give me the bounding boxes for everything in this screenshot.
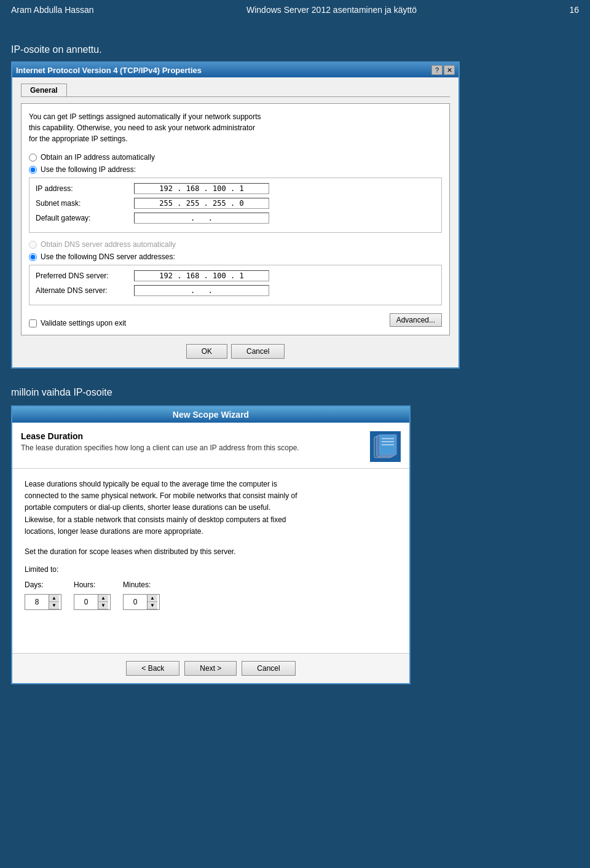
dialog-bottom-row: Validate settings upon exit Advanced... <box>29 313 442 327</box>
hours-label: Hours: <box>74 579 111 591</box>
dns-form-section: Preferred DNS server: Alternate DNS serv… <box>29 265 442 305</box>
hours-spinner-buttons: ▲ ▼ <box>98 595 108 609</box>
wizard-header-desc: The lease duration specifies how long a … <box>21 444 364 452</box>
limited-label: Limited to: <box>25 564 397 576</box>
subnet-mask-field <box>134 198 269 209</box>
document-title: Windows Server 2012 asentaminen ja käytt… <box>94 5 570 15</box>
minutes-down-button[interactable]: ▼ <box>148 602 157 609</box>
dialog-inner: You can get IP settings assigned automat… <box>21 103 450 335</box>
ip-address-row: IP address: <box>36 183 435 194</box>
ok-cancel-row: OK Cancel <box>21 344 450 359</box>
days-label: Days: <box>25 579 61 591</box>
subnet-mask-label: Subnet mask: <box>36 199 134 208</box>
dialog-description: You can get IP settings assigned automat… <box>29 111 442 144</box>
titlebar-buttons: ? ✕ <box>431 65 455 75</box>
ip-form-section: IP address: Subnet mask: Default gateway… <box>29 178 442 233</box>
cancel-button[interactable]: Cancel <box>231 344 285 359</box>
minutes-input[interactable]: 0 <box>124 596 147 608</box>
gateway-field <box>134 213 269 224</box>
hours-up-button[interactable]: ▲ <box>98 595 108 602</box>
section2-label: milloin vaihda IP-osoite <box>11 387 579 398</box>
radio-manual-dns[interactable]: Use the following DNS server addresses: <box>29 252 442 261</box>
page-content: IP-osoite on annettu. Internet Protocol … <box>0 20 590 697</box>
subnet-mask-row: Subnet mask: <box>36 198 435 209</box>
hours-down-button[interactable]: ▼ <box>98 602 108 609</box>
pref-dns-label: Preferred DNS server: <box>36 272 134 280</box>
ip-address-input[interactable] <box>134 183 269 194</box>
pref-dns-row: Preferred DNS server: <box>36 270 435 281</box>
days-down-button[interactable]: ▼ <box>49 602 59 609</box>
tcpip-dialog: Internet Protocol Version 4 (TCP/IPv4) P… <box>11 61 460 369</box>
hours-input[interactable]: 0 <box>74 596 98 608</box>
days-spinner-item: Days: 8 ▲ ▼ <box>25 579 61 609</box>
minutes-spinner: 0 ▲ ▼ <box>123 594 160 610</box>
hours-spinner: 0 ▲ ▼ <box>74 594 111 610</box>
minutes-label: Minutes: <box>123 579 160 591</box>
days-spinner-buttons: ▲ ▼ <box>49 595 59 609</box>
gateway-row: Default gateway: <box>36 213 435 224</box>
ip-address-field <box>134 183 269 194</box>
validate-checkbox[interactable] <box>29 319 37 327</box>
spinner-group: Days: 8 ▲ ▼ Hours: 0 ▲ <box>25 579 397 609</box>
wizard-title: New Scope Wizard <box>173 410 249 420</box>
alt-dns-field <box>134 285 269 296</box>
tcpip-dialog-body: General You can get IP settings assigned… <box>12 77 458 367</box>
close-button[interactable]: ✕ <box>444 65 455 75</box>
wizard-header-text: Lease Duration The lease duration specif… <box>21 431 364 452</box>
tcpip-dialog-title: Internet Protocol Version 4 (TCP/IPv4) P… <box>16 66 202 75</box>
tab-bar: General <box>21 84 450 97</box>
minutes-spinner-item: Minutes: 0 ▲ ▼ <box>123 579 160 609</box>
page-header: Aram Abdulla Hassan Windows Server 2012 … <box>0 0 590 20</box>
next-button[interactable]: Next > <box>184 661 237 676</box>
ok-button[interactable]: OK <box>186 344 227 359</box>
radio-manual-ip[interactable]: Use the following IP address: <box>29 165 442 174</box>
days-input[interactable]: 8 <box>25 596 49 608</box>
gateway-label: Default gateway: <box>36 214 134 222</box>
subnet-mask-input[interactable] <box>134 198 269 209</box>
minutes-up-button[interactable]: ▲ <box>148 595 157 602</box>
wizard-body-text: Lease durations should typically be equa… <box>25 479 397 538</box>
radio-auto-ip[interactable]: Obtain an IP address automatically <box>29 153 442 162</box>
wizard-footer: < Back Next > Cancel <box>12 653 409 683</box>
alt-dns-input[interactable] <box>134 285 269 296</box>
alt-dns-row: Alternate DNS server: <box>36 285 435 296</box>
wizard-dialog: New Scope Wizard Lease Duration The leas… <box>11 405 411 684</box>
back-button[interactable]: < Back <box>126 661 179 676</box>
minutes-spinner-buttons: ▲ ▼ <box>147 595 157 609</box>
advanced-button[interactable]: Advanced... <box>390 313 442 327</box>
wizard-header: Lease Duration The lease duration specif… <box>12 423 409 469</box>
wizard-cancel-button[interactable]: Cancel <box>242 661 295 676</box>
tab-general[interactable]: General <box>21 84 67 96</box>
pref-dns-input[interactable] <box>134 270 269 281</box>
gateway-input[interactable] <box>134 213 269 224</box>
hours-spinner-item: Hours: 0 ▲ ▼ <box>74 579 111 609</box>
tcpip-titlebar: Internet Protocol Version 4 (TCP/IPv4) P… <box>12 63 458 77</box>
days-spinner: 8 ▲ ▼ <box>25 594 61 610</box>
wizard-icon <box>370 431 401 462</box>
page-number: 16 <box>569 5 579 15</box>
author-name: Aram Abdulla Hassan <box>11 5 94 15</box>
wizard-header-title: Lease Duration <box>21 431 364 441</box>
section1-label: IP-osoite on annettu. <box>11 44 579 55</box>
wizard-body: Lease durations should typically be equa… <box>12 469 409 653</box>
alt-dns-label: Alternate DNS server: <box>36 286 134 295</box>
validate-checkbox-row[interactable]: Validate settings upon exit <box>29 319 126 327</box>
pref-dns-field <box>134 270 269 281</box>
radio-auto-dns[interactable]: Obtain DNS server address automatically <box>29 240 442 249</box>
wizard-titlebar: New Scope Wizard <box>12 407 409 423</box>
help-button[interactable]: ? <box>431 65 442 75</box>
ip-address-label: IP address: <box>36 184 134 193</box>
set-label: Set the duration for scope leases when d… <box>25 546 397 558</box>
days-up-button[interactable]: ▲ <box>49 595 59 602</box>
